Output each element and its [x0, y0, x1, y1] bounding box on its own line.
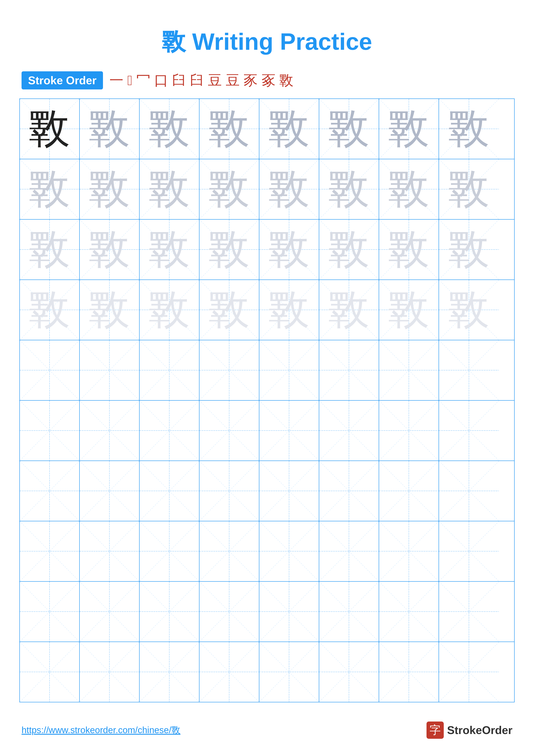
grid-cell-2-0[interactable]: 斁	[20, 220, 80, 280]
grid-cell-9-3[interactable]	[199, 642, 259, 702]
grid-cell-6-2[interactable]	[140, 461, 199, 521]
grid-cell-3-0[interactable]: 斁	[20, 280, 80, 340]
grid-cell-5-7[interactable]	[439, 401, 499, 461]
grid-row-2: 斁 斁 斁	[20, 220, 514, 280]
grid-cell-4-6[interactable]	[379, 340, 439, 400]
grid-cell-7-5[interactable]	[319, 521, 379, 581]
char-0-6: 斁	[388, 101, 429, 156]
grid-cell-5-3[interactable]	[199, 401, 259, 461]
grid-cell-2-1[interactable]: 斁	[80, 220, 140, 280]
grid-cell-0-2[interactable]: 斁	[140, 99, 199, 159]
grid-cell-7-7[interactable]	[439, 521, 499, 581]
grid-cell-0-7[interactable]: 斁	[439, 99, 499, 159]
grid-cell-6-3[interactable]	[199, 461, 259, 521]
svg-line-282	[379, 582, 439, 641]
grid-cell-7-3[interactable]	[199, 521, 259, 581]
grid-cell-1-4[interactable]: 斁	[259, 159, 319, 219]
grid-cell-8-0[interactable]	[20, 582, 80, 641]
grid-cell-4-2[interactable]	[140, 340, 199, 400]
grid-cell-6-7[interactable]	[439, 461, 499, 521]
grid-cell-7-0[interactable]	[20, 521, 80, 581]
svg-line-166	[80, 401, 139, 461]
grid-cell-8-4[interactable]	[259, 582, 319, 641]
char-0-2: 斁	[149, 101, 190, 156]
grid-cell-2-6[interactable]: 斁	[379, 220, 439, 280]
grid-cell-8-5[interactable]	[319, 582, 379, 641]
grid-cell-5-0[interactable]	[20, 401, 80, 461]
grid-cell-8-3[interactable]	[199, 582, 259, 641]
grid-cell-9-6[interactable]	[379, 642, 439, 702]
char-1-5: 斁	[328, 162, 369, 217]
grid-cell-1-3[interactable]: 斁	[199, 159, 259, 219]
grid-cell-6-4[interactable]	[259, 461, 319, 521]
grid-cell-9-2[interactable]	[140, 642, 199, 702]
grid-cell-6-0[interactable]	[20, 461, 80, 521]
char-1-1: 斁	[89, 162, 130, 217]
grid-cell-4-5[interactable]	[319, 340, 379, 400]
grid-cell-3-1[interactable]: 斁	[80, 280, 140, 340]
grid-cell-4-0[interactable]	[20, 340, 80, 400]
grid-cell-2-7[interactable]: 斁	[439, 220, 499, 280]
grid-cell-1-1[interactable]: 斁	[80, 159, 140, 219]
grid-cell-9-4[interactable]	[259, 642, 319, 702]
grid-cell-9-0[interactable]	[20, 642, 80, 702]
svg-line-243	[259, 521, 319, 581]
grid-cell-5-4[interactable]	[259, 401, 319, 461]
grid-cell-0-5[interactable]: 斁	[319, 99, 379, 159]
grid-cell-6-6[interactable]	[379, 461, 439, 521]
grid-cell-4-3[interactable]	[199, 340, 259, 400]
char-3-3: 斁	[209, 282, 250, 338]
grid-cell-3-4[interactable]: 斁	[259, 280, 319, 340]
grid-cell-2-2[interactable]: 斁	[140, 220, 199, 280]
grid-cell-5-5[interactable]	[319, 401, 379, 461]
grid-cell-6-5[interactable]	[319, 461, 379, 521]
grid-cell-0-1[interactable]: 斁	[80, 99, 140, 159]
grid-cell-0-3[interactable]: 斁	[199, 99, 259, 159]
grid-cell-3-5[interactable]: 斁	[319, 280, 379, 340]
grid-cell-6-1[interactable]	[80, 461, 140, 521]
grid-cell-2-3[interactable]: 斁	[199, 220, 259, 280]
grid-cell-8-6[interactable]	[379, 582, 439, 641]
grid-cell-3-7[interactable]: 斁	[439, 280, 499, 340]
grid-cell-8-7[interactable]	[439, 582, 499, 641]
grid-cell-5-6[interactable]	[379, 401, 439, 461]
grid-cell-1-2[interactable]: 斁	[140, 159, 199, 219]
footer-url-link[interactable]: https://www.strokeorder.com/chinese/斁	[21, 724, 181, 736]
svg-line-175	[199, 401, 259, 461]
svg-line-270	[199, 582, 259, 641]
grid-cell-7-4[interactable]	[259, 521, 319, 581]
svg-line-195	[20, 461, 79, 521]
grid-cell-3-6[interactable]: 斁	[379, 280, 439, 340]
grid-row-8	[20, 582, 514, 642]
stroke-sequence: 一 𠂇 冖 口 臼 臼 豆 豆 豕 豖 斁	[110, 71, 293, 90]
grid-cell-9-7[interactable]	[439, 642, 499, 702]
grid-cell-1-0[interactable]: 斁	[20, 159, 80, 219]
svg-line-190	[439, 401, 499, 461]
grid-cell-0-4[interactable]: 斁	[259, 99, 319, 159]
grid-row-6	[20, 461, 514, 521]
grid-cell-7-2[interactable]	[140, 521, 199, 581]
grid-cell-0-6[interactable]: 斁	[379, 99, 439, 159]
grid-cell-9-1[interactable]	[80, 642, 140, 702]
grid-cell-5-2[interactable]	[140, 401, 199, 461]
grid-cell-0-0[interactable]: 斁	[20, 99, 80, 159]
grid-cell-9-5[interactable]	[319, 642, 379, 702]
grid-cell-1-5[interactable]: 斁	[319, 159, 379, 219]
grid-cell-4-7[interactable]	[439, 340, 499, 400]
grid-cell-3-3[interactable]: 斁	[199, 280, 259, 340]
grid-cell-4-1[interactable]	[80, 340, 140, 400]
svg-line-210	[259, 461, 319, 521]
grid-cell-8-1[interactable]	[80, 582, 140, 641]
grid-cell-1-7[interactable]: 斁	[439, 159, 499, 219]
char-2-4: 斁	[268, 222, 310, 277]
grid-cell-1-6[interactable]: 斁	[379, 159, 439, 219]
svg-line-162	[20, 401, 79, 461]
grid-cell-7-1[interactable]	[80, 521, 140, 581]
grid-cell-4-4[interactable]	[259, 340, 319, 400]
grid-cell-2-5[interactable]: 斁	[319, 220, 379, 280]
grid-cell-3-2[interactable]: 斁	[140, 280, 199, 340]
grid-cell-5-1[interactable]	[80, 401, 140, 461]
grid-cell-8-2[interactable]	[140, 582, 199, 641]
grid-cell-7-6[interactable]	[379, 521, 439, 581]
grid-cell-2-4[interactable]: 斁	[259, 220, 319, 280]
